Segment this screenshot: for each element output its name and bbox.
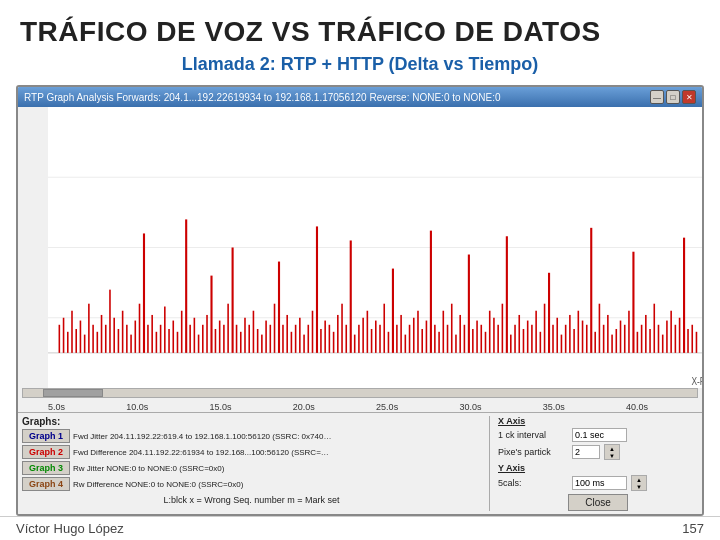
tick-interval-input[interactable] xyxy=(572,428,627,442)
svg-rect-144 xyxy=(645,315,647,353)
svg-rect-138 xyxy=(620,321,622,353)
pixels-per-tick-row: Pixe's partick ▲ ▼ xyxy=(498,444,698,460)
svg-rect-149 xyxy=(666,321,668,353)
svg-rect-83 xyxy=(388,332,390,353)
scale-spinner[interactable]: ▲ ▼ xyxy=(631,475,647,491)
maximize-button[interactable]: □ xyxy=(666,90,680,104)
pixels-per-tick-input[interactable] xyxy=(572,445,600,459)
svg-rect-58 xyxy=(282,325,284,353)
svg-rect-73 xyxy=(345,325,347,353)
graph3-button[interactable]: Graph 3 xyxy=(22,461,70,475)
svg-rect-88 xyxy=(409,325,411,353)
svg-rect-9 xyxy=(75,329,77,353)
close-window-button[interactable]: ✕ xyxy=(682,90,696,104)
svg-rect-16 xyxy=(105,325,107,353)
x-label-20s: 20.0s xyxy=(293,402,315,412)
scrollbar-thumb[interactable] xyxy=(43,389,103,397)
svg-rect-62 xyxy=(299,318,301,353)
svg-rect-66 xyxy=(316,226,318,352)
svg-rect-5 xyxy=(59,325,61,353)
graph2-button[interactable]: Graph 2 xyxy=(22,445,70,459)
axis-panel: X Axis 1 ck interval Pixe's partick ▲ ▼ xyxy=(498,416,698,511)
graph1-button[interactable]: Graph 1 xyxy=(22,429,70,443)
svg-rect-60 xyxy=(291,332,293,353)
title-section: TRÁFICO DE VOZ VS TRÁFICO DE DATOS Llama… xyxy=(0,0,720,85)
svg-rect-76 xyxy=(358,325,360,353)
svg-rect-90 xyxy=(417,311,419,353)
pixels-spinner[interactable]: ▲ ▼ xyxy=(604,444,620,460)
svg-rect-112 xyxy=(510,335,512,353)
svg-rect-72 xyxy=(341,304,343,353)
svg-rect-70 xyxy=(333,332,335,353)
svg-rect-37 xyxy=(194,318,196,353)
graph2-row: Graph 2 Fwd Difference 204.11.192.22:619… xyxy=(22,445,481,459)
pixels-per-tick-label: Pixe's partick xyxy=(498,447,568,457)
svg-rect-150 xyxy=(670,311,672,353)
graph-plot: 100ms 50ms 0ms X-Res xyxy=(48,107,702,388)
svg-rect-156 xyxy=(696,332,698,353)
svg-rect-96 xyxy=(443,311,445,353)
close-btn-row: Close xyxy=(498,494,698,511)
svg-rect-74 xyxy=(350,240,352,352)
svg-rect-7 xyxy=(67,332,69,353)
svg-rect-111 xyxy=(506,236,508,353)
x-label-30s: 30.0s xyxy=(459,402,481,412)
svg-rect-154 xyxy=(687,329,689,353)
svg-rect-85 xyxy=(396,325,398,353)
svg-rect-28 xyxy=(156,332,158,353)
graphs-list: Graphs: Graph 1 Fwd Jitter 204.11.192.22… xyxy=(22,416,481,511)
graph3-desc: Rw Jitter NONE:0 to NONE:0 (SSRC=0x0) xyxy=(73,464,224,473)
spinner-up-button[interactable]: ▲ xyxy=(605,445,619,452)
svg-rect-44 xyxy=(223,325,225,353)
main-title: TRÁFICO DE VOZ VS TRÁFICO DE DATOS xyxy=(20,16,700,48)
graph4-button[interactable]: Graph 4 xyxy=(22,477,70,491)
svg-rect-12 xyxy=(88,304,90,353)
svg-rect-93 xyxy=(430,231,432,353)
svg-rect-94 xyxy=(434,325,436,353)
svg-rect-81 xyxy=(379,325,381,353)
minimize-button[interactable]: — xyxy=(650,90,664,104)
svg-rect-23 xyxy=(134,321,136,353)
horizontal-scrollbar[interactable] xyxy=(22,388,698,398)
svg-rect-132 xyxy=(594,332,596,353)
window-title: RTP Graph Analysis Forwards: 204.1...192… xyxy=(24,92,501,103)
footer-author: Víctor Hugo López xyxy=(16,521,124,536)
svg-rect-143 xyxy=(641,325,643,353)
svg-rect-106 xyxy=(485,332,487,353)
svg-rect-123 xyxy=(556,318,558,353)
svg-rect-10 xyxy=(80,321,82,353)
window-titlebar: RTP Graph Analysis Forwards: 204.1...192… xyxy=(18,87,702,107)
svg-rect-29 xyxy=(160,325,162,353)
svg-rect-155 xyxy=(691,325,693,353)
scale-input[interactable] xyxy=(572,476,627,490)
svg-rect-136 xyxy=(611,335,613,353)
svg-rect-24 xyxy=(139,304,141,353)
svg-rect-116 xyxy=(527,321,529,353)
x-axis-section: X Axis 1 ck interval Pixe's partick ▲ ▼ xyxy=(498,416,698,460)
scale-spinner-down[interactable]: ▼ xyxy=(632,483,646,490)
svg-rect-22 xyxy=(130,335,132,353)
rtp-graph-window: RTP Graph Analysis Forwards: 204.1...192… xyxy=(16,85,704,516)
footer-bar: Víctor Hugo López 157 xyxy=(0,516,720,540)
graph4-desc: Rw Difference NONE:0 to NONE:0 (SSRC=0x0… xyxy=(73,480,243,489)
svg-rect-8 xyxy=(71,311,73,353)
svg-rect-108 xyxy=(493,318,495,353)
svg-rect-50 xyxy=(248,325,250,353)
svg-rect-42 xyxy=(215,329,217,353)
svg-rect-126 xyxy=(569,315,571,353)
svg-rect-128 xyxy=(578,311,580,353)
svg-rect-56 xyxy=(274,304,276,353)
svg-rect-26 xyxy=(147,325,149,353)
scale-spinner-up[interactable]: ▲ xyxy=(632,476,646,483)
graph1-row: Graph 1 Fwd Jitter 204.11.192.22:619.4 t… xyxy=(22,429,481,443)
graph2-desc: Fwd Difference 204.11.192.22:61934 to 19… xyxy=(73,448,333,457)
page-container: TRÁFICO DE VOZ VS TRÁFICO DE DATOS Llama… xyxy=(0,0,720,540)
close-button[interactable]: Close xyxy=(568,494,628,511)
svg-rect-95 xyxy=(438,332,440,353)
svg-rect-20 xyxy=(122,311,124,353)
svg-rect-103 xyxy=(472,329,474,353)
svg-rect-55 xyxy=(270,325,272,353)
svg-rect-118 xyxy=(535,311,537,353)
svg-text:X-Res: X-Res xyxy=(691,375,702,387)
spinner-down-button[interactable]: ▼ xyxy=(605,452,619,459)
